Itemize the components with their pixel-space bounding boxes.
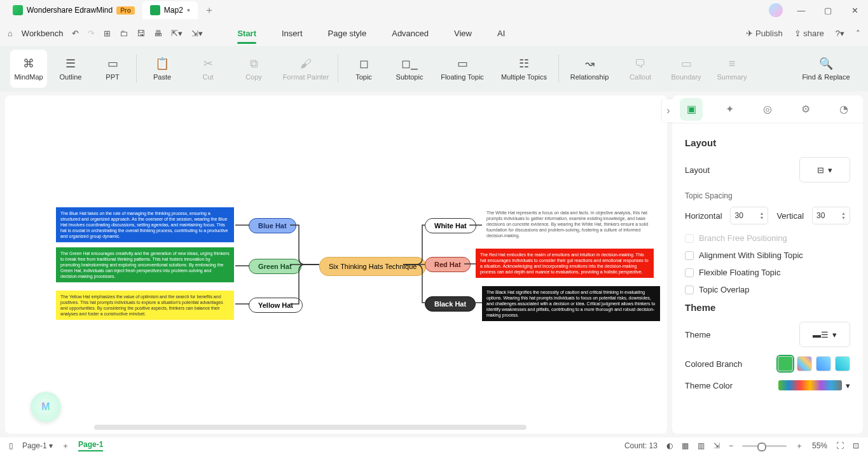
print-icon[interactable]: 🖶	[154, 29, 162, 38]
redo-icon[interactable]: ↷	[88, 29, 95, 38]
status-nav-icon[interactable]: ⇲	[713, 441, 720, 450]
theme-color-label: Theme Color	[685, 381, 733, 390]
panel-tab-style-icon[interactable]: ✦	[718, 98, 741, 121]
chevron-down-icon: ▾	[828, 165, 832, 175]
node-blue-hat[interactable]: Blue Hat	[249, 218, 296, 233]
tab-start[interactable]: Start	[237, 25, 256, 42]
branch-swatch-4[interactable]	[835, 356, 850, 371]
chevron-down-icon: ▾	[846, 381, 850, 390]
subtopic-button[interactable]: ◻⎯Subtopic	[389, 50, 430, 88]
horizontal-scrollbar[interactable]	[94, 425, 527, 430]
outline-toggle-icon[interactable]: ▯	[9, 441, 13, 450]
panel-tab-history-icon[interactable]: ◔	[832, 98, 855, 121]
statusbar: ▯ Page-1 ▾ ＋ Page-1 Count: 13 ◐ ▦ ▥ ⇲ − …	[0, 437, 868, 454]
node-center[interactable]: Six Thinking Hats Technique	[319, 257, 426, 276]
tab-ai[interactable]: AI	[497, 25, 505, 42]
node-green-hat[interactable]: Green Hat	[249, 259, 301, 274]
chk-overlap[interactable]	[685, 285, 694, 294]
status-grid-icon[interactable]: ▦	[682, 441, 689, 450]
summary-button[interactable]: ≡Summary	[712, 50, 752, 88]
outline-view-button[interactable]: ☰Outline	[52, 50, 89, 88]
multiple-topics-button[interactable]: ☷Multiple Topics	[495, 50, 553, 88]
branch-swatch-2[interactable]	[797, 356, 812, 371]
pro-badge: Pro	[116, 6, 135, 15]
copy-button[interactable]: ⧉Copy	[233, 50, 274, 88]
callout-button[interactable]: 🗨Callout	[620, 50, 661, 88]
maximize-button[interactable]: ▢	[820, 6, 836, 15]
layout-select[interactable]: ⊟▾	[799, 157, 850, 182]
new-icon[interactable]: ⊞	[104, 29, 111, 38]
status-view-icon[interactable]: ◐	[666, 441, 673, 450]
save-icon[interactable]: 🖫	[137, 29, 145, 38]
branch-swatch-1[interactable]	[778, 356, 793, 371]
node-white-hat[interactable]: White Hat	[425, 218, 476, 233]
node-yellow-hat[interactable]: Yellow Hat	[249, 298, 303, 313]
desc-yellow[interactable]: The Yellow Hat emphasizes the value of o…	[56, 291, 234, 320]
help-icon[interactable]: ?▾	[836, 29, 844, 38]
zoom-slider[interactable]	[742, 445, 787, 447]
node-black-hat[interactable]: Black Hat	[425, 296, 476, 312]
publish-button[interactable]: ✈ Publish	[746, 29, 782, 38]
zoom-out-button[interactable]: −	[729, 441, 733, 450]
page-select[interactable]: Page-1 ▾	[22, 441, 53, 450]
theme-select[interactable]: ▬☰▾	[799, 322, 850, 347]
open-icon[interactable]: 🗀	[120, 29, 128, 38]
avatar[interactable]	[769, 3, 783, 17]
add-page-button[interactable]: ＋	[62, 441, 69, 451]
format-painter-button[interactable]: 🖌Format Painter	[279, 50, 333, 88]
paste-button[interactable]: 📋Paste	[142, 50, 183, 88]
ribbon-toolbar: ⌘MindMap ☰Outline ▭PPT 📋Paste ✂Cut ⧉Copy…	[0, 46, 868, 92]
vt-input[interactable]: 30▲▼	[812, 207, 850, 224]
tab-advanced[interactable]: Advanced	[392, 25, 429, 42]
minimize-button[interactable]: —	[793, 6, 809, 15]
relationship-button[interactable]: ↝Relationship	[564, 50, 615, 88]
chk-flex-floating[interactable]	[685, 268, 694, 277]
topic-button[interactable]: ◻Topic	[343, 50, 384, 88]
node-red-hat[interactable]: Red Hat	[425, 257, 471, 272]
app-tab[interactable]: Wondershare EdrawMind Pro	[5, 1, 142, 19]
mindmap-view-button[interactable]: ⌘MindMap	[10, 50, 47, 88]
export-icon[interactable]: ⇱▾	[171, 29, 183, 38]
assistant-fab[interactable]: M	[31, 392, 61, 422]
cut-button[interactable]: ✂Cut	[188, 50, 228, 88]
import-icon[interactable]: ⇲▾	[191, 29, 203, 38]
new-tab-button[interactable]: ＋	[203, 4, 216, 17]
boundary-button[interactable]: ▭Boundary	[666, 50, 706, 88]
fullscreen-icon[interactable]: ⛶	[836, 441, 844, 450]
undo-icon[interactable]: ↶	[72, 29, 79, 38]
page-tab[interactable]: Page-1	[78, 440, 103, 451]
panel-collapse-button[interactable]: ›	[662, 99, 675, 122]
desc-green[interactable]: The Green Hat encourages creativity and …	[56, 247, 234, 282]
home-icon[interactable]: ⌂	[8, 29, 13, 38]
chk-align-sibling[interactable]	[685, 251, 694, 260]
floating-topic-button[interactable]: ▭Floating Topic	[435, 50, 490, 88]
tab-pagestyle[interactable]: Page style	[328, 25, 367, 42]
ppt-view-button[interactable]: ▭PPT	[94, 50, 131, 88]
share-button[interactable]: ⇪ share	[794, 29, 824, 38]
theme-color-select[interactable]	[778, 380, 842, 390]
titlebar: Wondershare EdrawMind Pro Map2 • ＋ — ▢ ✕	[0, 0, 868, 20]
theme-preview-icon: ▬☰	[813, 330, 829, 340]
format-panel: ▣ ✦ ◎ ⚙ ◔ Layout Layout ⊟▾ Topic Spacing…	[672, 95, 863, 434]
mindmap-canvas[interactable]: Six Thinking Hats Technique Blue Hat Gre…	[5, 95, 667, 434]
status-fit-icon[interactable]: ▥	[698, 441, 705, 450]
find-replace-button[interactable]: 🔍Find & Replace	[794, 50, 858, 88]
tab-view[interactable]: View	[454, 25, 472, 42]
panel-tab-layout-icon[interactable]: ▣	[680, 98, 703, 121]
desc-red[interactable]: The Red Hat embodies the realm of emotio…	[476, 249, 654, 278]
hz-input[interactable]: 30▲▼	[730, 207, 768, 224]
workbench-link[interactable]: Workbench	[22, 29, 64, 38]
more-icon[interactable]: ⊡	[853, 441, 859, 450]
desc-white[interactable]: The White Hat represents a focus on data…	[482, 207, 654, 242]
close-button[interactable]: ✕	[846, 6, 863, 15]
panel-tab-mark-icon[interactable]: ◎	[756, 98, 779, 121]
zoom-in-button[interactable]: ＋	[796, 441, 803, 451]
collapse-ribbon-icon[interactable]: ˄	[856, 29, 860, 38]
tab-insert[interactable]: Insert	[282, 25, 303, 42]
desc-blue[interactable]: The Blue Hat takes on the role of managi…	[56, 207, 234, 242]
layout-label: Layout	[685, 165, 710, 175]
document-tab[interactable]: Map2 •	[142, 1, 198, 19]
desc-black[interactable]: The Black Hat signifies the necessity of…	[482, 286, 660, 321]
branch-swatch-3[interactable]	[816, 356, 831, 371]
panel-tab-settings-icon[interactable]: ⚙	[794, 98, 817, 121]
